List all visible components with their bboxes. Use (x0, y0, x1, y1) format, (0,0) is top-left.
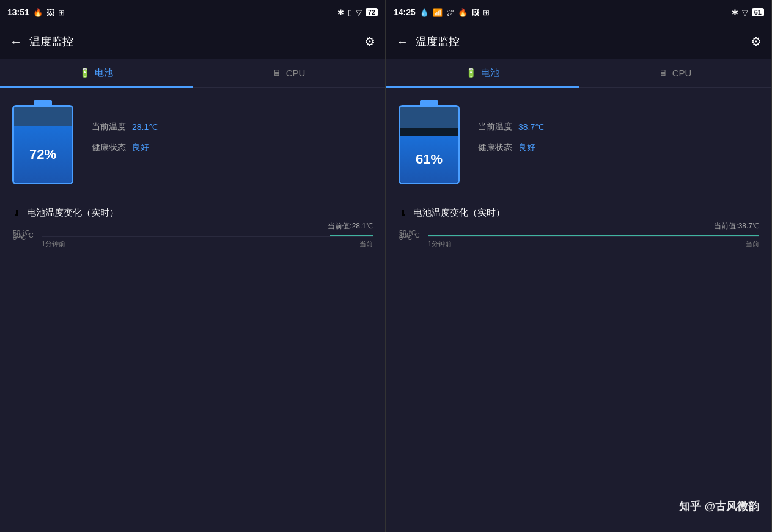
toolbar-right-group: ← 温度监控 (396, 34, 460, 49)
battery-body-right: 61% (399, 105, 460, 184)
msg-icon-left: 🖼 (46, 8, 54, 17)
thermometer-icon-right: 🌡 (399, 208, 408, 219)
battery-info-right: 当前温度 38.7℃ 健康状态 良好 (478, 122, 759, 163)
chart-section-left: 🌡 电池温度变化（实时） 当前值:28.1℃ 100 °C 50 °C 0 °C… (0, 197, 385, 532)
health-label-right: 健康状态 (478, 142, 512, 153)
chart-bar-right (428, 235, 759, 236)
battery-tab-icon-left: 🔋 (79, 68, 90, 78)
back-button-right[interactable]: ← (396, 35, 408, 49)
battery-status-right: 61 (752, 8, 764, 16)
tabs-right: 🔋 电池 🖥 CPU (386, 59, 771, 88)
bt-icon-left: ✱ (337, 8, 344, 17)
battery-tab-label-left: 电池 (95, 67, 113, 79)
battery-top-fill-left (14, 107, 72, 128)
temp-value-right: 38.7℃ (518, 122, 545, 132)
battery-section-left: 72% 当前温度 28.1℃ 健康状态 良好 (0, 88, 385, 197)
chart-current-label-right: 当前值: (714, 222, 738, 230)
tab-battery-left[interactable]: 🔋 电池 (0, 59, 193, 87)
battery-fill-left: 72% (14, 126, 72, 183)
battery-percentage-left: 72% (29, 147, 56, 162)
fire-icon-right: 🔥 (458, 8, 468, 17)
status-right-left: ✱ ▯ ▽ 72 (337, 8, 378, 17)
battery-tab-icon-right: 🔋 (466, 68, 476, 78)
x-end-label-left: 当前 (359, 239, 373, 249)
battery-visual-left: 72% (12, 100, 73, 184)
battery-percentage-right: 61% (416, 151, 443, 167)
battery-cap-right (420, 100, 438, 105)
wifi-icon-right: ▽ (742, 8, 748, 17)
temp-label-right: 当前温度 (478, 122, 512, 133)
thermometer-icon-left: 🌡 (12, 208, 22, 219)
status-right-right: ✱ ▽ 61 (732, 8, 764, 17)
back-button-left[interactable]: ← (10, 35, 22, 49)
signal-icon-right: 📶 (433, 8, 443, 17)
chart-title-row-left: 🌡 电池温度变化（实时） (12, 207, 373, 219)
chart-title-left: 电池温度变化（实时） (27, 207, 119, 219)
time-left: 13:51 (7, 7, 29, 17)
battery-status-left: 72 (366, 8, 378, 16)
bt-icon-right: ✱ (732, 8, 738, 17)
toolbar-title-left: 温度监控 (29, 34, 73, 49)
arrow-icon-right: 🕊 (446, 8, 454, 17)
phone-icon-left: ▯ (348, 8, 352, 17)
chart-wrapper-left: 100 °C 50 °C 0 °C 1分钟前 当前 (42, 236, 373, 522)
chart-current-right: 当前值:38.7℃ (399, 221, 759, 231)
battery-body-left: 72% (12, 105, 73, 184)
time-right: 14:25 (394, 7, 416, 17)
grid-line-3-right (428, 236, 759, 237)
temp-value-left: 28.1℃ (132, 122, 158, 132)
chart-bar-left (330, 235, 373, 236)
chart-current-value-right: 38.7℃ (738, 222, 759, 230)
battery-info-left: 当前温度 28.1℃ 健康状态 良好 (92, 122, 373, 163)
status-left-left: 13:51 🔥 🖼 ⊞ (7, 7, 65, 17)
chart-current-value-left: 28.1℃ (352, 222, 373, 230)
tabs-left: 🔋 电池 🖥 CPU (0, 59, 385, 88)
x-end-label-right: 当前 (746, 239, 759, 249)
toolbar-left: ← 温度监控 ⚙ (0, 24, 385, 59)
health-value-left: 良好 (132, 142, 149, 153)
temp-row-left: 当前温度 28.1℃ (92, 122, 373, 133)
temp-label-left: 当前温度 (92, 122, 126, 133)
status-left-right: 14:25 💧 📶 🕊 🔥 🖼 ⊞ (394, 7, 490, 17)
tab-cpu-left[interactable]: 🖥 CPU (193, 59, 385, 87)
msg-icon-right: 🖼 (471, 8, 479, 17)
toolbar-title-right: 温度监控 (416, 34, 460, 49)
battery-top-fill-right (400, 107, 458, 128)
chart-area-left: 100 °C 50 °C 0 °C (42, 236, 373, 237)
grid-line-3-left (42, 236, 373, 237)
health-value-right: 良好 (518, 142, 535, 153)
tab-cpu-right[interactable]: 🖥 CPU (579, 59, 771, 87)
health-label-left: 健康状态 (92, 142, 126, 153)
cpu-tab-label-left: CPU (286, 68, 306, 78)
cpu-tab-icon-left: 🖥 (273, 68, 281, 78)
chart-area-right: 100 °C 50 °C 0 °C (428, 236, 759, 237)
status-bar-left: 13:51 🔥 🖼 ⊞ ✱ ▯ ▽ 72 (0, 0, 385, 24)
toolbar-left-group: ← 温度监控 (10, 34, 73, 49)
chart-title-row-right: 🌡 电池温度变化（实时） (399, 207, 759, 219)
right-panel: 14:25 💧 📶 🕊 🔥 🖼 ⊞ ✱ ▽ 61 ← 温度监控 ⚙ 🔋 电池 🖥 (386, 0, 772, 532)
toolbar-right: ← 温度监控 ⚙ (386, 24, 771, 59)
battery-tab-label-right: 电池 (481, 67, 499, 79)
status-bar-right: 14:25 💧 📶 🕊 🔥 🖼 ⊞ ✱ ▽ 61 (386, 0, 771, 24)
cpu-tab-icon-right: 🖥 (659, 68, 667, 78)
battery-visual-right: 61% (399, 100, 460, 184)
y-0-label-right: 0 °C (399, 234, 413, 241)
settings-button-right[interactable]: ⚙ (751, 34, 762, 49)
battery-cap-left (34, 100, 52, 105)
battery-fill-right: 61% (400, 136, 458, 183)
health-row-right: 健康状态 良好 (478, 142, 759, 153)
settings-button-left[interactable]: ⚙ (364, 34, 375, 49)
chart-title-right: 电池温度变化（实时） (413, 207, 505, 219)
chart-wrapper-right: 100 °C 50 °C 0 °C 1分钟前 当前 (428, 236, 759, 522)
tab-battery-right[interactable]: 🔋 电池 (386, 59, 579, 87)
health-row-left: 健康状态 良好 (92, 142, 373, 153)
left-panel: 13:51 🔥 🖼 ⊞ ✱ ▯ ▽ 72 ← 温度监控 ⚙ 🔋 电池 🖥 CPU (0, 0, 386, 532)
bubble-icon-right: 💧 (419, 8, 429, 17)
chart-current-left: 当前值:28.1℃ (12, 221, 373, 231)
y-0-label-left: 0 °C (13, 234, 26, 241)
chart-x-labels-right: 1分钟前 当前 (428, 237, 759, 249)
chart-current-label-left: 当前值: (328, 222, 351, 230)
x-start-label-right: 1分钟前 (428, 239, 452, 249)
cpu-tab-label-right: CPU (672, 68, 692, 78)
wifi-icon-left: ▽ (356, 8, 362, 17)
